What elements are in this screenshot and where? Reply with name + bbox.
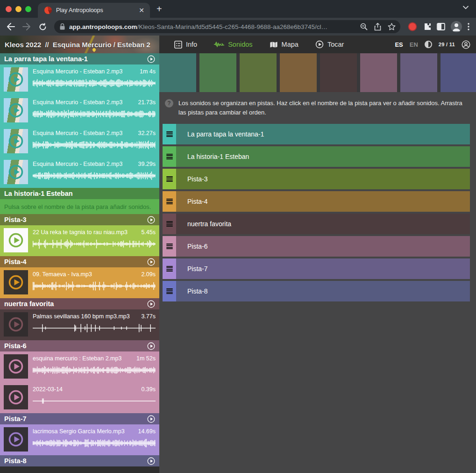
clip-thumbnail[interactable] xyxy=(4,98,28,122)
bookmark-star-icon[interactable] xyxy=(388,23,396,30)
drag-handle[interactable] xyxy=(163,236,176,257)
forward-button[interactable] xyxy=(20,20,34,34)
drag-handle[interactable] xyxy=(163,146,176,167)
clip-thumbnail[interactable] xyxy=(4,312,28,337)
clip-thumbnail[interactable] xyxy=(4,67,28,92)
clip-thumbnail[interactable] xyxy=(4,385,28,409)
track-row-body[interactable]: Pista-8 xyxy=(176,281,470,301)
play-icon[interactable] xyxy=(8,389,24,405)
play-icon[interactable] xyxy=(8,72,24,87)
drag-handle[interactable] xyxy=(163,214,176,234)
clip-body: 2022-03-140.39s xyxy=(33,385,156,410)
audio-clip[interactable]: Palmas sevillanas 160 bpm mp3.mp33.77s xyxy=(0,309,159,340)
nav-item-sonidos[interactable]: Sonidos xyxy=(207,36,259,53)
track-play-icon[interactable] xyxy=(147,415,155,423)
account-icon[interactable] xyxy=(462,40,470,49)
audio-clip[interactable]: 2022-03-140.39s xyxy=(0,382,159,413)
browser-tab[interactable]: Play Antropoloops ✕ xyxy=(38,3,150,18)
sidebar-track-header[interactable]: Pista-6 xyxy=(0,340,159,351)
nav-item-tocar[interactable]: Tocar xyxy=(309,36,350,53)
audio-clip[interactable]: Esquina Mercurio - Esteban 2.mp321.73s xyxy=(0,95,159,126)
drag-handle[interactable] xyxy=(163,124,176,144)
audio-clip[interactable]: 09. Temaeva - Iva.mp32.09s xyxy=(0,267,159,298)
track-play-icon[interactable] xyxy=(147,216,155,224)
track-row[interactable]: Pista-4 xyxy=(163,191,470,212)
drag-handle[interactable] xyxy=(163,191,176,212)
lang-es[interactable]: ES xyxy=(395,41,403,48)
share-icon[interactable] xyxy=(374,23,381,31)
track-row-body[interactable]: Pista-3 xyxy=(176,169,470,189)
sidebar-track-header[interactable]: La historia-1 Esteban xyxy=(0,188,159,199)
track-row-body[interactable]: Pista-4 xyxy=(176,191,470,212)
play-icon[interactable] xyxy=(8,102,24,118)
clip-thumbnail[interactable] xyxy=(4,270,28,294)
sidebar-track-header[interactable]: Pista-7 xyxy=(0,413,159,424)
audio-clip[interactable]: 22 Ua reka te tagnia to rau niau.mp35.45… xyxy=(0,225,159,256)
clip-thumbnail[interactable] xyxy=(4,228,28,252)
nav-item-mapa[interactable]: Mapa xyxy=(263,36,305,53)
lang-en[interactable]: EN xyxy=(410,41,418,48)
track-row[interactable]: Pista-7 xyxy=(163,258,470,279)
project-name[interactable]: Kleos 2022 xyxy=(5,41,41,49)
track-play-icon[interactable] xyxy=(147,300,155,308)
browser-menu-kebab-icon[interactable] xyxy=(468,23,469,30)
side-panel-icon[interactable] xyxy=(437,23,445,30)
track-row-body[interactable]: La parra tapa la ventana-1 xyxy=(176,124,470,144)
track-play-icon[interactable] xyxy=(147,258,155,266)
play-icon[interactable] xyxy=(8,133,24,149)
maximize-window-button[interactable] xyxy=(25,6,31,12)
clip-thumbnail[interactable] xyxy=(4,427,28,452)
tab-search-chevron-icon[interactable] xyxy=(463,6,469,9)
nav-item-info[interactable]: Info xyxy=(168,36,204,53)
track-play-icon[interactable] xyxy=(147,55,155,63)
audio-clip[interactable]: Esquina Mercurio - Esteban 2.mp31m 4s xyxy=(0,64,159,95)
track-color-swatch xyxy=(400,53,437,92)
window-controls[interactable] xyxy=(6,6,31,12)
reload-button[interactable] xyxy=(36,20,50,34)
clip-thumbnail[interactable] xyxy=(4,354,28,379)
play-icon[interactable] xyxy=(8,316,24,332)
drag-handle[interactable] xyxy=(163,281,176,301)
play-icon[interactable] xyxy=(8,164,24,180)
drag-handle[interactable] xyxy=(163,169,176,189)
sidebar-track-header[interactable]: Pista-8 xyxy=(0,455,159,466)
profile-avatar[interactable] xyxy=(451,21,462,32)
track-row[interactable]: La parra tapa la ventana-1 xyxy=(163,124,470,144)
audio-clip[interactable]: esquina mercurio : Esteban 2.mp31m 52s xyxy=(0,351,159,382)
play-icon[interactable] xyxy=(8,431,24,447)
close-window-button[interactable] xyxy=(6,6,12,12)
track-row[interactable]: Pista-3 xyxy=(163,169,470,189)
track-play-icon[interactable] xyxy=(147,457,155,465)
zoom-level-icon[interactable] xyxy=(360,23,368,30)
back-button[interactable] xyxy=(4,20,18,34)
play-icon[interactable] xyxy=(8,358,24,374)
audio-clip[interactable]: Esquina Mercurio - Esteban 2.mp339.29s xyxy=(0,157,159,188)
padlock-icon[interactable] xyxy=(60,23,65,30)
tab-close-icon[interactable]: ✕ xyxy=(138,7,145,14)
track-row[interactable]: La historia-1 Esteban xyxy=(163,146,470,167)
url-bar[interactable]: app.antropoloops.com/Kleos-Santa-Marina/… xyxy=(54,20,400,33)
audio-clip[interactable]: lacrimosa Sergio García Merlo.mp314.69s xyxy=(0,424,159,455)
clip-thumbnail[interactable] xyxy=(4,129,28,153)
extensions-puzzle-icon[interactable] xyxy=(423,22,431,31)
sidebar-track-header[interactable]: nuertra favorita xyxy=(0,298,159,309)
track-row[interactable]: nuertra favorita xyxy=(163,214,470,234)
sidebar-track-header[interactable]: La parra tapa la ventana-1 xyxy=(0,53,159,64)
clip-thumbnail[interactable] xyxy=(4,160,28,184)
minimize-window-button[interactable] xyxy=(15,6,21,12)
track-row[interactable]: Pista-8 xyxy=(163,281,470,301)
drag-handle[interactable] xyxy=(163,258,176,279)
audio-clip[interactable]: Esquina Mercurio - Esteban 2.mp332.27s xyxy=(0,126,159,157)
track-row[interactable]: Pista-6 xyxy=(163,236,470,257)
sidebar-track-header[interactable]: Pista-4 xyxy=(0,256,159,267)
track-row-body[interactable]: Pista-6 xyxy=(176,236,470,257)
track-row-body[interactable]: Pista-7 xyxy=(176,258,470,279)
recording-indicator-icon[interactable] xyxy=(408,22,417,31)
track-play-icon[interactable] xyxy=(147,342,155,350)
play-icon[interactable] xyxy=(8,232,24,248)
track-row-body[interactable]: La historia-1 Esteban xyxy=(176,146,470,167)
play-icon[interactable] xyxy=(8,274,24,290)
track-row-body[interactable]: nuertra favorita xyxy=(176,214,470,234)
sidebar-track-header[interactable]: Pista-3 xyxy=(0,214,159,225)
new-tab-button[interactable]: + xyxy=(156,4,162,14)
